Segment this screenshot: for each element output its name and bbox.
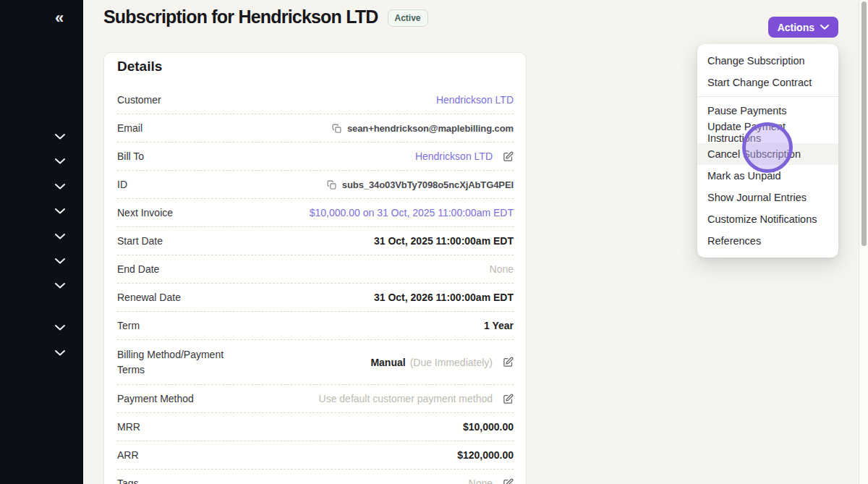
actions-button-label: Actions [778, 22, 814, 33]
detail-row-bill-to: Bill To Hendrickson LTD [117, 143, 514, 171]
detail-row-next-invoice: Next Invoice $10,000.00 on 31 Oct, 2025 … [117, 199, 514, 227]
bill-to-link[interactable]: Hendrickson LTD [415, 150, 493, 162]
page-title: Subscription for Hendrickson LTD [103, 7, 378, 27]
row-label: Customer [117, 93, 161, 108]
detail-row-tags: Tags None [117, 470, 514, 484]
customer-link[interactable]: Hendrickson LTD [436, 94, 514, 106]
detail-row-term: Term 1 Year [117, 312, 514, 340]
detail-row-mrr: MRR $10,000.00 [117, 413, 514, 441]
detail-row-email: Email sean+hendrickson@maplebilling.com [117, 114, 514, 143]
edit-icon[interactable] [503, 478, 514, 484]
detail-row-end-date: End Date None [117, 255, 514, 284]
row-label: Next Invoice [117, 205, 173, 221]
details-heading: Details [117, 57, 514, 76]
term-value: 1 Year [484, 320, 514, 331]
chevron-down-icon[interactable] [55, 229, 65, 235]
detail-row-customer: Customer Hendrickson LTD [117, 86, 514, 114]
detail-row-id: ID subs_34o03VbTy7098o5ncXjAbTG4PEI [117, 171, 514, 199]
edit-icon[interactable] [503, 394, 514, 404]
tags-value: None [469, 477, 493, 484]
copy-icon[interactable] [332, 124, 341, 133]
detail-row-billing-method: Billing Method/Payment Terms Manual (Due… [117, 340, 514, 385]
chevron-down-icon[interactable] [55, 346, 65, 352]
chevron-down-icon[interactable] [55, 179, 65, 185]
arr-value: $120,000.00 [457, 449, 514, 461]
detail-row-payment-method: Payment Method Use default customer paym… [117, 385, 514, 413]
row-label: Term [117, 318, 140, 334]
payment-method-value: Use default customer payment method [319, 393, 493, 404]
row-label: Bill To [117, 149, 144, 164]
chevron-down-icon[interactable] [55, 320, 65, 326]
row-label: ID [117, 177, 127, 192]
menu-divider [697, 96, 838, 97]
actions-button[interactable]: Actions [768, 17, 838, 38]
detail-row-renewal-date: Renewal Date 31 Oct, 2026 11:00:00am EDT [117, 284, 514, 312]
menu-item-references[interactable]: References [697, 230, 838, 252]
sidebar: « [0, 0, 83, 484]
row-label: Start Date [117, 234, 163, 249]
subscription-id-value: subs_34o03VbTy7098o5ncXjAbTG4PEI [342, 179, 514, 190]
page-header: Subscription for Hendrickson LTD Active [103, 7, 428, 27]
chevron-down-icon[interactable] [55, 154, 65, 160]
details-card: Details Customer Hendrickson LTD Email s… [103, 52, 527, 484]
detail-row-arr: ARR $120,000.00 [117, 441, 514, 470]
chevron-down-icon [820, 25, 829, 30]
row-label: Payment Method [117, 391, 194, 407]
row-label: ARR [117, 448, 139, 463]
click-indicator-circle [742, 122, 793, 173]
scrollbar-track [859, 0, 868, 484]
menu-item-show-journal-entries[interactable]: Show Journal Entries [697, 187, 838, 208]
sidebar-collapse-icon[interactable]: « [55, 10, 61, 26]
menu-item-start-change-contract[interactable]: Start Change Contract [697, 72, 838, 93]
row-label: Tags [117, 476, 139, 484]
scrollbar-thumb[interactable] [861, 1, 867, 246]
menu-item-customize-notifications[interactable]: Customize Notifications [697, 208, 838, 230]
row-label: End Date [117, 262, 159, 277]
status-badge: Active [388, 9, 428, 27]
end-date-value: None [490, 263, 514, 275]
mrr-value: $10,000.00 [463, 421, 514, 433]
next-invoice-link[interactable]: $10,000.00 on 31 Oct, 2025 11:00:00am ED… [310, 207, 514, 218]
row-label: Renewal Date [117, 290, 181, 305]
chevron-down-icon[interactable] [55, 279, 65, 284]
edit-icon[interactable] [503, 357, 514, 368]
billing-method-value: Manual [370, 357, 405, 368]
row-label: MRR [117, 420, 140, 435]
detail-row-start-date: Start Date 31 Oct, 2025 11:00:00am EDT [117, 227, 514, 255]
chevron-down-icon[interactable] [55, 130, 65, 135]
start-date-value: 31 Oct, 2025 11:00:00am EDT [374, 235, 514, 247]
chevron-down-icon[interactable] [55, 204, 65, 210]
email-value: sean+hendrickson@maplebilling.com [347, 123, 514, 134]
menu-item-pause-payments[interactable]: Pause Payments [697, 100, 838, 122]
menu-item-change-subscription[interactable]: Change Subscription [697, 50, 838, 72]
row-label: Billing Method/Payment Terms [117, 347, 233, 378]
row-label: Email [117, 121, 142, 136]
chevron-down-icon[interactable] [55, 254, 65, 260]
edit-icon[interactable] [503, 151, 514, 162]
billing-terms-value: (Due Immediately) [410, 357, 493, 368]
copy-icon[interactable] [327, 180, 336, 190]
renewal-date-value: 31 Oct, 2026 11:00:00am EDT [374, 292, 514, 303]
